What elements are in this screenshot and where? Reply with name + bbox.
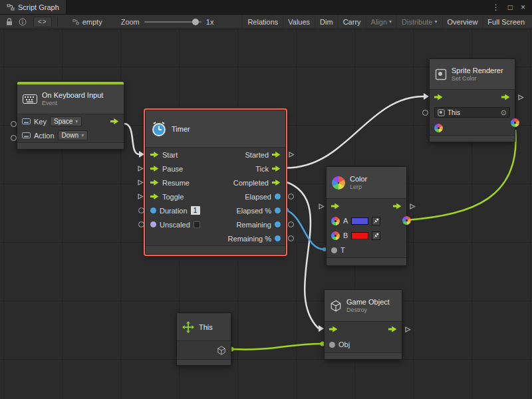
wire-completed-to-destroy[interactable] xyxy=(286,182,319,329)
color-output-port[interactable] xyxy=(402,216,411,225)
wire-lerp-to-setcolor-color[interactable] xyxy=(407,130,516,220)
wire-keyboard-to-timer-start[interactable] xyxy=(124,124,139,154)
port-remaining-pct-out[interactable] xyxy=(288,235,294,241)
zoom-control: Zoom 1x xyxy=(121,18,214,26)
value-output-port[interactable] xyxy=(275,221,281,227)
flow-input-port[interactable] xyxy=(150,152,159,158)
timer-row: Pause Tick xyxy=(146,162,285,176)
action-dropdown[interactable]: Down▾ xyxy=(58,130,88,140)
align-button[interactable]: Align▾ xyxy=(366,15,396,29)
flow-input-port[interactable] xyxy=(150,194,159,200)
graph-breadcrumb[interactable]: empty xyxy=(72,18,102,26)
node-title: Timer xyxy=(172,125,190,133)
wire-this-to-destroy-obj[interactable] xyxy=(231,344,323,350)
flow-output-port[interactable] xyxy=(501,94,510,100)
lock-icon[interactable] xyxy=(3,16,16,28)
port-flow-out[interactable] xyxy=(404,326,411,333)
node-timer[interactable]: Timer Start Started Pause Tick Resume Co… xyxy=(145,110,286,255)
port-key-in[interactable] xyxy=(11,121,17,127)
obj-input-port[interactable] xyxy=(329,342,335,348)
flow-output-port[interactable] xyxy=(272,166,281,172)
value-output-port[interactable] xyxy=(275,207,281,213)
action-label: Action xyxy=(34,132,55,140)
flow-input-port[interactable] xyxy=(329,326,338,332)
carry-button[interactable]: Carry xyxy=(338,15,366,29)
relations-button[interactable]: Relations xyxy=(242,15,283,29)
port-duration-in[interactable] xyxy=(138,207,144,213)
port-remaining-out[interactable] xyxy=(288,221,294,227)
port-label: Started xyxy=(245,151,269,159)
node-on-keyboard-input[interactable]: On Keyboard Input Event Key Space▾ Actio… xyxy=(17,81,124,150)
duration-input[interactable]: 1 xyxy=(191,206,200,215)
tab-bar: Script Graph ⋮ □ × xyxy=(0,0,532,15)
this-object-field[interactable]: This ⊙ xyxy=(434,107,510,118)
color-swatch-a[interactable] xyxy=(351,217,368,225)
port-started-out[interactable] xyxy=(288,151,295,158)
gameobject-output-port[interactable] xyxy=(217,346,226,355)
close-button[interactable]: × xyxy=(521,3,525,12)
toolbar-separator xyxy=(57,17,58,27)
value-input-port[interactable] xyxy=(150,221,156,227)
value-output-port[interactable] xyxy=(275,235,281,241)
port-action-in[interactable] xyxy=(11,135,17,141)
flow-output-port[interactable] xyxy=(388,326,397,332)
flow-output-port[interactable] xyxy=(272,152,281,158)
port-label: Tick xyxy=(255,165,269,173)
graph-canvas[interactable]: On Keyboard Input Event Key Space▾ Actio… xyxy=(0,29,532,399)
value-input-port[interactable] xyxy=(150,207,156,213)
port-flow-out[interactable] xyxy=(409,203,416,210)
flow-output-port[interactable] xyxy=(110,118,119,125)
flow-input-port[interactable] xyxy=(150,166,159,172)
port-this-in[interactable] xyxy=(422,110,428,116)
color-swatch-b[interactable] xyxy=(351,232,368,239)
code-icon[interactable]: <> xyxy=(33,17,52,27)
node-footer xyxy=(325,352,402,359)
info-icon[interactable] xyxy=(16,16,29,28)
dim-button[interactable]: Dim xyxy=(315,15,338,29)
script-graph-window: Script Graph ⋮ □ × <> empty Zoom xyxy=(0,0,532,399)
port-pause-in[interactable] xyxy=(137,165,144,172)
value-output-port[interactable] xyxy=(275,194,281,200)
wire-arrowhead xyxy=(139,151,144,158)
color-input-port[interactable] xyxy=(434,124,443,132)
window-menu-button[interactable]: ⋮ xyxy=(492,3,500,12)
node-set-color[interactable]: Sprite Renderer Set Color This ⊙ xyxy=(429,59,515,142)
node-color-lerp[interactable]: Color Lerp A B xyxy=(326,166,407,266)
keyboard-icon xyxy=(22,118,31,124)
wire-tick-to-setcolor[interactable] xyxy=(286,96,424,168)
overview-button[interactable]: Overview xyxy=(442,15,483,29)
input-b-row: B xyxy=(327,228,406,243)
flow-input-port[interactable] xyxy=(434,94,443,100)
node-this[interactable]: This xyxy=(176,313,231,366)
node-header: Color Lerp xyxy=(327,167,406,199)
port-flow-in[interactable] xyxy=(318,203,325,210)
node-destroy[interactable]: Game Object Destroy Obj xyxy=(324,289,402,360)
flow-input-port[interactable] xyxy=(331,203,340,209)
zoom-slider-knob[interactable] xyxy=(192,19,199,25)
color-value-port[interactable] xyxy=(511,118,519,127)
port-resume-in[interactable] xyxy=(137,179,144,186)
tab-script-graph[interactable]: Script Graph xyxy=(0,0,66,14)
flow-output-port[interactable] xyxy=(393,203,402,209)
eyedropper-icon[interactable] xyxy=(372,231,380,240)
port-flow-out[interactable] xyxy=(517,94,524,101)
object-picker-icon[interactable]: ⊙ xyxy=(501,109,507,116)
color-input-port-a[interactable] xyxy=(331,217,340,225)
zoom-slider[interactable] xyxy=(144,21,201,23)
timer-row: Unscaled Remaining xyxy=(146,217,285,231)
key-dropdown[interactable]: Space▾ xyxy=(50,116,82,126)
unscaled-checkbox[interactable] xyxy=(194,221,200,228)
flow-input-port[interactable] xyxy=(150,180,159,186)
maximize-button[interactable]: □ xyxy=(508,3,513,12)
port-toggle-in[interactable] xyxy=(137,193,144,200)
flow-output-port[interactable] xyxy=(272,180,281,186)
wire-elapsedpct-to-lerp-t[interactable] xyxy=(286,210,325,250)
color-input-port-b[interactable] xyxy=(331,231,340,240)
eyedropper-icon[interactable] xyxy=(372,217,380,225)
t-input-port[interactable] xyxy=(331,247,337,253)
port-elapsed-out[interactable] xyxy=(288,194,294,200)
values-button[interactable]: Values xyxy=(283,15,315,29)
fullscreen-button[interactable]: Full Screen xyxy=(482,15,529,29)
distribute-button[interactable]: Distribute▾ xyxy=(396,15,442,29)
port-unscaled-in[interactable] xyxy=(138,221,144,227)
